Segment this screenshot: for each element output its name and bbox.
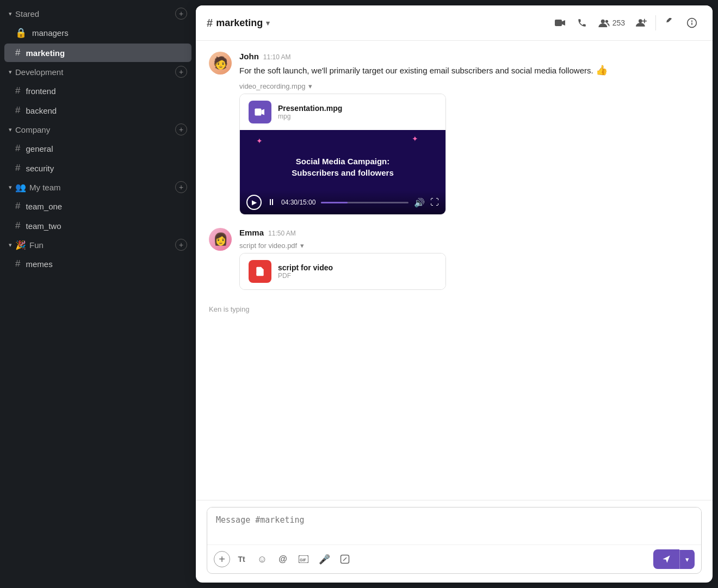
sidebar-item-security[interactable]: # security — [4, 159, 191, 177]
sidebar-item-managers[interactable]: 🔒 managers — [4, 23, 191, 42]
message-john: 🧑 John 11:10 AM For the soft launch, we'… — [209, 52, 700, 215]
pin-button[interactable] — [660, 13, 680, 33]
managers-label: managers — [32, 28, 69, 38]
typing-text: Ken is typing — [209, 305, 249, 313]
frontend-label: frontend — [26, 86, 55, 96]
sidebar-item-backend[interactable]: # backend — [4, 101, 191, 120]
file-dropdown-pdf[interactable]: script for video.pdf ▾ — [239, 242, 700, 250]
message-meta-john: John 11:10 AM — [239, 52, 700, 61]
development-add-button[interactable]: + — [175, 66, 187, 78]
company-section[interactable]: ▾ Company + — [0, 120, 196, 139]
pdf-file-name: script for video — [278, 263, 333, 272]
video-timestamp: 04:30/15:00 — [281, 199, 315, 206]
video-controls: ▶ ⏸ 04:30/15:00 🔊 ⛶ — [240, 190, 445, 214]
channel-hash-icon: # — [207, 17, 213, 29]
video-title: Social Media Campaign:Subscribers and fo… — [292, 156, 394, 178]
gif-button[interactable]: GIF — [294, 550, 313, 568]
progress-bar[interactable] — [321, 202, 408, 203]
sidebar-item-memes[interactable]: # memes — [4, 255, 191, 273]
hash-icon: # — [15, 220, 20, 231]
pause-button[interactable]: ⏸ — [267, 197, 276, 207]
mention-button[interactable]: @ — [274, 550, 292, 568]
message-input[interactable] — [207, 507, 701, 542]
team-two-label: team_two — [26, 221, 61, 231]
header-icons: 253 — [550, 13, 702, 33]
hash-icon: # — [15, 85, 20, 96]
chat-header: # marketing ▾ 253 — [196, 5, 713, 41]
video-player: ✦ ✦ Social Media Campaign:Subscribers an… — [240, 130, 445, 214]
message-meta-emma: Emma 11:50 AM — [239, 228, 700, 237]
sidebar-item-frontend[interactable]: # frontend — [4, 82, 191, 100]
chat-main: # marketing ▾ 253 — [196, 5, 713, 583]
sidebar-item-marketing[interactable]: # marketing — [4, 44, 191, 62]
svg-rect-0 — [555, 20, 562, 26]
slash-button[interactable] — [336, 550, 354, 568]
header-divider — [655, 15, 656, 30]
sidebar-item-general[interactable]: # general — [4, 139, 191, 158]
channel-dropdown-icon[interactable]: ▾ — [266, 19, 270, 27]
file-dropdown-video[interactable]: video_recording.mpg ▾ — [239, 82, 700, 90]
pdf-dropdown-label: script for video.pdf — [239, 242, 297, 250]
message-emma: 👩 Emma 11:50 AM script for video.pdf ▾ P… — [209, 228, 700, 290]
my-team-chevron-icon: ▾ — [9, 184, 12, 191]
stared-section[interactable]: ▾ Stared + — [0, 4, 196, 23]
fun-section[interactable]: ▾ 🎉 Fun + — [0, 236, 196, 254]
channel-title: # marketing ▾ — [207, 17, 270, 29]
input-box: + Tt ☺ @ GIF 🎤 ▾ — [207, 507, 702, 574]
members-count[interactable]: 253 — [594, 16, 629, 29]
sidebar-item-team-two[interactable]: # team_two — [4, 216, 191, 235]
messages-area: 🧑 John 11:10 AM For the soft launch, we'… — [196, 41, 713, 500]
pdf-file-header: PDF script for video PDF — [240, 253, 445, 289]
fun-add-button[interactable]: + — [175, 239, 187, 251]
info-button[interactable] — [682, 13, 702, 33]
svg-text:GIF: GIF — [300, 558, 306, 562]
send-dropdown-button[interactable]: ▾ — [679, 550, 695, 569]
message-content-emma: Emma 11:50 AM script for video.pdf ▾ PDF… — [239, 228, 700, 290]
video-file-info: Presentation.mpg mpg — [278, 104, 342, 120]
pdf-file-info: script for video PDF — [278, 263, 333, 280]
stared-label: Stared — [15, 9, 39, 18]
avatar-emma: 👩 — [209, 228, 232, 251]
video-dropdown-label: video_recording.mpg — [239, 82, 305, 90]
my-team-add-button[interactable]: + — [175, 181, 187, 193]
fun-label: Fun — [29, 240, 44, 250]
emoji-button[interactable]: ☺ — [253, 550, 271, 568]
author-emma: Emma — [239, 228, 264, 237]
svg-point-2 — [605, 20, 608, 23]
svg-rect-7 — [255, 109, 261, 116]
message-text-john: For the soft launch, we'll primarily tar… — [239, 63, 700, 78]
sparkle-icon-2: ✦ — [412, 134, 418, 143]
add-attachment-button[interactable]: + — [214, 551, 230, 567]
text-format-button[interactable]: Tt — [232, 550, 251, 568]
development-section[interactable]: ▾ Development + — [0, 63, 196, 81]
memes-label: memes — [26, 259, 52, 269]
general-label: general — [26, 144, 53, 153]
fun-chevron-icon: ▾ — [9, 242, 12, 249]
play-button[interactable]: ▶ — [246, 195, 262, 210]
video-file-header: Presentation.mpg mpg — [240, 94, 445, 130]
marketing-label: marketing — [26, 48, 65, 58]
add-member-button[interactable] — [632, 13, 651, 33]
stared-add-button[interactable]: + — [175, 8, 187, 20]
lock-icon: 🔒 — [15, 27, 27, 39]
fullscreen-button[interactable]: ⛶ — [430, 197, 439, 207]
video-time-current: 04:30 — [281, 199, 298, 206]
pdf-file-card: PDF script for video PDF — [239, 253, 446, 290]
send-button[interactable] — [653, 549, 679, 569]
author-john: John — [239, 52, 259, 61]
svg-text:PDF: PDF — [256, 273, 261, 275]
my-team-section[interactable]: ▾ 👥 My team + — [0, 178, 196, 196]
channel-name: marketing — [216, 17, 263, 29]
members-count-label: 253 — [612, 18, 625, 27]
video-call-button[interactable] — [550, 13, 570, 33]
company-add-button[interactable]: + — [175, 123, 187, 135]
mic-button[interactable]: 🎤 — [315, 550, 333, 568]
video-file-card: Presentation.mpg mpg ✦ ✦ Social Media Ca… — [239, 94, 446, 215]
volume-button[interactable]: 🔊 — [414, 197, 425, 208]
hash-icon: # — [15, 143, 20, 154]
video-time-total: 15:00 — [299, 199, 315, 206]
sidebar-item-team-one[interactable]: # team_one — [4, 197, 191, 215]
phone-call-button[interactable] — [572, 13, 592, 33]
hash-icon: # — [15, 201, 20, 212]
svg-point-1 — [601, 20, 604, 23]
